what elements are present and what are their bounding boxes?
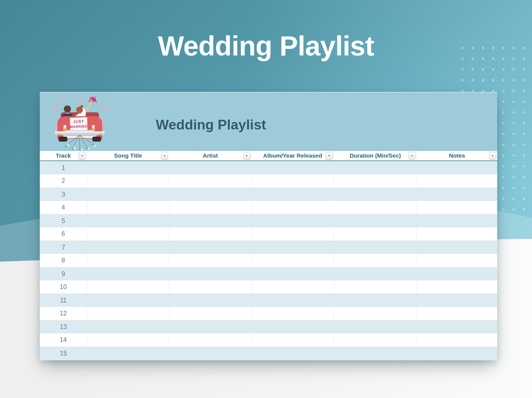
artist-cell[interactable] [169,347,251,360]
duration-cell[interactable] [334,161,417,174]
song-title-cell[interactable] [87,294,169,307]
song-title-cell[interactable] [87,307,169,320]
notes-cell[interactable] [417,214,497,227]
album-year-cell[interactable] [252,333,334,347]
album-year-cell[interactable] [252,307,334,320]
duration-cell[interactable] [334,307,417,320]
duration-cell[interactable] [334,333,417,347]
notes-cell[interactable] [417,241,497,254]
album-year-cell[interactable] [252,294,334,307]
duration-cell[interactable] [334,320,417,333]
track-cell[interactable]: 8 [40,254,87,267]
notes-cell[interactable] [417,333,497,347]
artist-cell[interactable] [169,267,251,280]
notes-cell[interactable] [417,174,497,188]
track-cell[interactable]: 11 [40,294,87,307]
song-title-cell[interactable] [87,201,169,214]
song-title-cell[interactable] [87,333,169,347]
track-cell[interactable]: 6 [40,227,87,241]
album-year-cell[interactable] [252,188,334,201]
duration-cell[interactable] [334,174,417,188]
album-year-cell[interactable] [252,320,334,333]
duration-cell[interactable] [334,267,417,280]
album-year-cell[interactable] [252,267,334,280]
notes-cell[interactable] [417,347,497,360]
duration-cell[interactable] [334,214,417,227]
duration-cell[interactable] [334,294,417,307]
track-cell[interactable]: 9 [40,267,87,280]
column-header-label: Artist [203,152,218,159]
filter-button-artist[interactable]: ▼ [243,152,250,160]
song-title-cell[interactable] [87,241,169,254]
album-year-cell[interactable] [252,227,334,241]
album-year-cell[interactable] [252,241,334,254]
track-cell[interactable]: 4 [40,201,87,214]
song-title-cell[interactable] [87,214,169,227]
duration-cell[interactable] [334,254,417,267]
notes-cell[interactable] [417,294,497,307]
artist-cell[interactable] [169,320,251,333]
artist-cell[interactable] [169,201,251,214]
album-year-cell[interactable] [252,161,334,174]
duration-cell[interactable] [334,188,417,201]
track-cell[interactable]: 13 [40,320,87,333]
duration-cell[interactable] [334,227,417,241]
track-cell[interactable]: 5 [40,214,87,227]
table-row: 12 [40,307,497,320]
track-cell[interactable]: 14 [40,333,87,347]
song-title-cell[interactable] [87,227,169,241]
notes-cell[interactable] [417,307,497,320]
card-header: JUST MARRIED [40,92,497,151]
notes-cell[interactable] [417,267,497,280]
song-title-cell[interactable] [87,347,169,360]
filter-button-song-title[interactable]: ▼ [161,152,168,160]
track-cell[interactable]: 10 [40,280,87,294]
album-year-cell[interactable] [252,347,334,360]
artist-cell[interactable] [169,174,251,188]
artist-cell[interactable] [169,227,251,241]
track-cell[interactable]: 2 [40,174,87,188]
artist-cell[interactable] [169,280,251,294]
album-year-cell[interactable] [252,201,334,214]
song-title-cell[interactable] [87,174,169,188]
artist-cell[interactable] [169,241,251,254]
track-cell[interactable]: 1 [40,161,87,174]
song-title-cell[interactable] [87,280,169,294]
song-title-cell[interactable] [87,267,169,280]
song-title-cell[interactable] [87,254,169,267]
notes-cell[interactable] [417,201,497,214]
artist-cell[interactable] [169,161,251,174]
album-year-cell[interactable] [252,254,334,267]
artist-cell[interactable] [169,214,251,227]
filter-button-track[interactable]: ▼ [79,152,86,160]
duration-cell[interactable] [334,347,417,360]
artist-cell[interactable] [169,294,251,307]
notes-cell[interactable] [417,227,497,241]
song-title-cell[interactable] [87,320,169,333]
notes-cell[interactable] [417,280,497,294]
filter-button-album-year[interactable]: ▼ [326,152,333,160]
artist-cell[interactable] [169,188,251,201]
notes-cell[interactable] [417,320,497,333]
duration-cell[interactable] [334,280,417,294]
artist-cell[interactable] [169,307,251,320]
track-cell[interactable]: 3 [40,188,87,201]
filter-button-notes[interactable]: ▼ [489,152,496,160]
track-cell[interactable]: 7 [40,241,87,254]
notes-cell[interactable] [417,161,497,174]
notes-cell[interactable] [417,188,497,201]
album-year-cell[interactable] [252,280,334,294]
track-cell[interactable]: 12 [40,307,87,320]
column-header-label: Track [56,152,71,159]
album-year-cell[interactable] [252,174,334,188]
song-title-cell[interactable] [87,161,169,174]
song-title-cell[interactable] [87,188,169,201]
track-cell[interactable]: 15 [40,347,87,360]
notes-cell[interactable] [417,254,497,267]
artist-cell[interactable] [169,333,251,347]
duration-cell[interactable] [334,241,417,254]
album-year-cell[interactable] [252,214,334,227]
filter-button-duration[interactable]: ▼ [409,152,415,160]
duration-cell[interactable] [334,201,417,214]
artist-cell[interactable] [169,254,251,267]
